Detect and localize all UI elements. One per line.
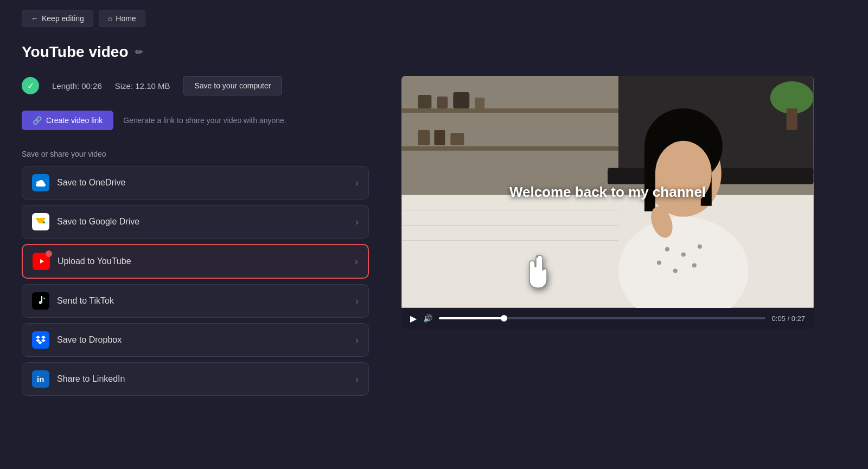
page-title: YouTube video xyxy=(22,43,129,61)
svg-point-31 xyxy=(673,269,678,273)
play-button[interactable]: ▶ xyxy=(410,313,417,324)
svg-rect-5 xyxy=(401,108,618,113)
check-circle-icon: ✓ xyxy=(22,77,39,94)
share-item-tiktok[interactable]: Send to TikTok › xyxy=(22,284,369,318)
video-overlay-text: Welcome back to my channel xyxy=(509,183,706,200)
svg-point-29 xyxy=(657,261,661,265)
create-video-link-button[interactable]: 🔗 Create video link xyxy=(22,111,113,130)
back-arrow-icon: ← xyxy=(31,14,39,23)
create-link-row: 🔗 Create video link Generate a link to s… xyxy=(22,111,369,130)
svg-rect-13 xyxy=(450,133,464,145)
video-container: Welcome back to my channel ▶ 🔊 xyxy=(401,76,814,329)
svg-rect-9 xyxy=(453,92,469,108)
save-to-computer-button[interactable]: Save to your computer xyxy=(183,76,282,95)
progress-fill xyxy=(439,317,504,319)
chevron-gdrive-icon: › xyxy=(355,216,359,228)
page-title-row: YouTube video ✏ xyxy=(22,43,369,61)
onedrive-icon xyxy=(32,174,49,191)
edit-icon[interactable]: ✏ xyxy=(135,46,143,58)
volume-button[interactable]: 🔊 xyxy=(423,314,432,323)
gdrive-icon xyxy=(32,213,49,230)
main-content: YouTube video ✏ ✓ Length: 00:26 Size: 12… xyxy=(0,33,868,407)
svg-rect-22 xyxy=(644,146,655,211)
home-label: Home xyxy=(116,14,136,23)
chevron-dropbox-icon: › xyxy=(355,335,359,346)
tiktok-label: Send to TikTok xyxy=(57,296,114,306)
top-bar: ← Keep editing ⌂ Home xyxy=(0,0,868,33)
dropbox-label: Save to Dropbox xyxy=(57,335,122,345)
svg-point-30 xyxy=(692,264,697,268)
share-section-label: Save or share your video xyxy=(22,150,369,158)
share-item-youtube[interactable]: Upload to YouTube › xyxy=(22,244,369,279)
share-item-dropbox[interactable]: Save to Dropbox › xyxy=(22,323,369,357)
share-item-linkedin[interactable]: in Share to LinkedIn › xyxy=(22,362,369,396)
svg-rect-7 xyxy=(418,95,431,108)
tiktok-icon xyxy=(32,292,49,310)
video-thumbnail: Welcome back to my channel xyxy=(401,76,814,308)
onedrive-label: Save to OneDrive xyxy=(57,178,125,188)
youtube-label: Upload to YouTube xyxy=(58,256,131,266)
svg-point-28 xyxy=(698,245,702,249)
size-text: Size: 12.10 MB xyxy=(115,81,170,91)
svg-text:in: in xyxy=(37,375,44,384)
chevron-tiktok-icon: › xyxy=(355,295,359,307)
link-hint-text: Generate a link to share your video with… xyxy=(123,116,286,125)
svg-rect-6 xyxy=(401,146,618,151)
home-icon: ⌂ xyxy=(108,14,112,23)
share-item-gdrive[interactable]: Save to Google Drive › xyxy=(22,205,369,239)
meta-row: ✓ Length: 00:26 Size: 12.10 MB Save to y… xyxy=(22,76,369,95)
svg-point-27 xyxy=(681,253,686,257)
svg-rect-14 xyxy=(401,195,813,308)
chevron-linkedin-icon: › xyxy=(355,374,359,385)
create-link-label: Create video link xyxy=(46,116,103,125)
svg-rect-11 xyxy=(418,130,430,145)
link-icon: 🔗 xyxy=(33,116,42,125)
svg-rect-34 xyxy=(787,108,797,130)
progress-track[interactable] xyxy=(439,317,765,319)
time-display: 0:05 / 0:27 xyxy=(772,314,805,323)
progress-thumb xyxy=(501,315,507,322)
chevron-onedrive-icon: › xyxy=(355,177,359,189)
home-button[interactable]: ⌂ Home xyxy=(99,10,145,27)
svg-point-26 xyxy=(665,247,669,252)
video-controls: ▶ 🔊 0:05 / 0:27 xyxy=(401,308,814,329)
linkedin-label: Share to LinkedIn xyxy=(57,374,125,384)
gdrive-label: Save to Google Drive xyxy=(57,217,139,227)
svg-rect-12 xyxy=(434,130,445,145)
share-item-onedrive[interactable]: Save to OneDrive › xyxy=(22,166,369,200)
keep-editing-label: Keep editing xyxy=(42,14,84,23)
right-panel: Welcome back to my channel ▶ 🔊 xyxy=(401,43,846,396)
length-text: Length: 00:26 xyxy=(52,81,102,91)
dropbox-icon xyxy=(32,331,49,349)
svg-rect-10 xyxy=(475,98,484,108)
svg-rect-8 xyxy=(437,97,448,108)
chevron-youtube-icon: › xyxy=(355,256,358,267)
left-panel: YouTube video ✏ ✓ Length: 00:26 Size: 12… xyxy=(22,43,369,396)
recording-dot xyxy=(46,250,52,257)
linkedin-icon: in xyxy=(32,370,49,388)
share-list: Save to OneDrive › S xyxy=(22,166,369,396)
keep-editing-button[interactable]: ← Keep editing xyxy=(22,10,93,27)
